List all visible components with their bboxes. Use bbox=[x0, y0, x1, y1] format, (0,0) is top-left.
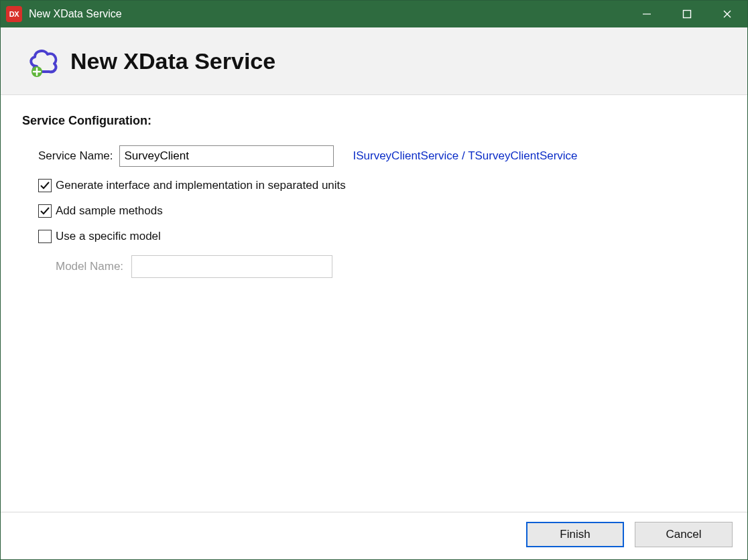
wizard-footer: Finish Cancel bbox=[1, 512, 747, 559]
maximize-icon bbox=[682, 9, 692, 19]
cloud-service-icon bbox=[25, 44, 60, 78]
wizard-window: DX New XData Service New XData Service bbox=[0, 0, 748, 560]
svg-rect-1 bbox=[684, 11, 691, 18]
checkbox-row-sample-methods: Add sample methods bbox=[38, 204, 726, 218]
sample-methods-checkbox[interactable] bbox=[38, 204, 52, 218]
window-title: New XData Service bbox=[29, 8, 122, 20]
model-name-row: Model Name: bbox=[56, 255, 726, 278]
checkbox-row-separated-units: Generate interface and implementation in… bbox=[38, 179, 726, 192]
section-heading: Service Configuration: bbox=[22, 114, 726, 128]
service-name-input[interactable] bbox=[119, 145, 334, 167]
wizard-header: New XData Service bbox=[1, 27, 747, 95]
checkbox-row-specific-model: Use a specific model bbox=[38, 230, 726, 243]
finish-button[interactable]: Finish bbox=[526, 522, 624, 547]
minimize-icon bbox=[642, 9, 651, 19]
checkmark-icon bbox=[40, 180, 50, 191]
model-name-input bbox=[131, 255, 332, 278]
service-name-label: Service Name: bbox=[38, 149, 113, 163]
model-name-label: Model Name: bbox=[56, 260, 123, 273]
window-controls bbox=[627, 1, 747, 27]
service-name-row: Service Name: ISurveyClientService / TSu… bbox=[38, 145, 726, 167]
wizard-title: New XData Service bbox=[70, 48, 275, 74]
form-block: Service Name: ISurveyClientService / TSu… bbox=[22, 145, 726, 278]
wizard-content: Service Configuration: Service Name: ISu… bbox=[1, 95, 747, 512]
sample-methods-label: Add sample methods bbox=[56, 204, 163, 218]
close-button[interactable] bbox=[707, 1, 747, 27]
maximize-button[interactable] bbox=[667, 1, 707, 27]
separated-units-label: Generate interface and implementation in… bbox=[56, 179, 346, 192]
close-icon bbox=[723, 9, 732, 19]
specific-model-checkbox[interactable] bbox=[38, 230, 52, 243]
app-icon: DX bbox=[6, 6, 22, 22]
specific-model-label: Use a specific model bbox=[56, 230, 161, 243]
separated-units-checkbox[interactable] bbox=[38, 179, 52, 192]
title-bar: DX New XData Service bbox=[1, 1, 747, 27]
checkmark-icon bbox=[40, 206, 50, 216]
service-name-hint: ISurveyClientService / TSurveyClientServ… bbox=[353, 149, 577, 163]
minimize-button[interactable] bbox=[627, 1, 667, 27]
app-icon-text: DX bbox=[9, 10, 19, 18]
cancel-button[interactable]: Cancel bbox=[635, 522, 733, 547]
